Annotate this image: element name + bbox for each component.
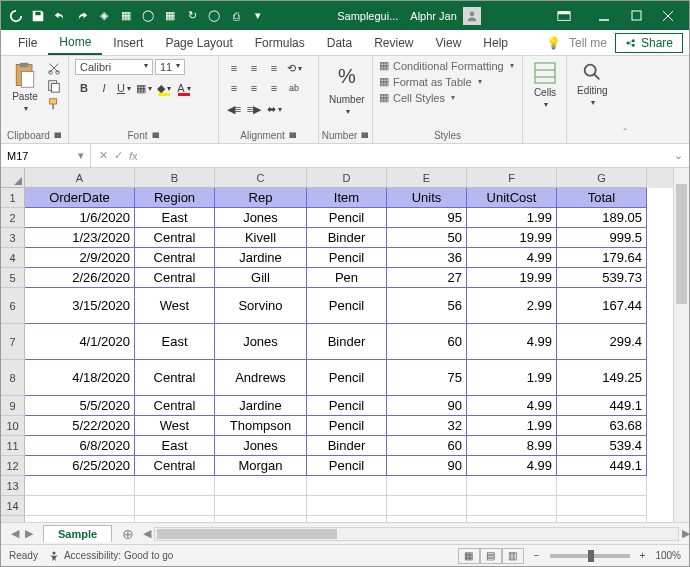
cell[interactable]: OrderDate xyxy=(25,188,135,208)
cell[interactable] xyxy=(307,516,387,522)
zoom-slider[interactable] xyxy=(550,554,630,558)
format-painter-icon[interactable] xyxy=(47,97,61,111)
collapse-ribbon-icon[interactable]: ˆ xyxy=(617,56,633,143)
col-header[interactable]: B xyxy=(135,168,215,188)
cut-icon[interactable] xyxy=(47,61,61,75)
cell[interactable]: 149.25 xyxy=(557,360,647,396)
cell[interactable] xyxy=(467,516,557,522)
cell[interactable]: 539.73 xyxy=(557,268,647,288)
cell[interactable]: Pencil xyxy=(307,208,387,228)
cell[interactable]: 999.5 xyxy=(557,228,647,248)
cell[interactable]: Pencil xyxy=(307,456,387,476)
cell[interactable]: Morgan xyxy=(215,456,307,476)
cell[interactable] xyxy=(307,496,387,516)
cell[interactable]: 8.99 xyxy=(467,436,557,456)
cell[interactable]: 1/23/2020 xyxy=(25,228,135,248)
ribbon-display-icon[interactable] xyxy=(545,9,583,23)
expand-formula-bar-icon[interactable]: ⌄ xyxy=(668,149,689,162)
row-header[interactable]: 10 xyxy=(1,416,25,436)
tab-pagelayout[interactable]: Page Layout xyxy=(154,30,243,55)
name-box[interactable]: M17▾ xyxy=(1,144,91,167)
cell[interactable] xyxy=(467,476,557,496)
col-header[interactable]: A xyxy=(25,168,135,188)
cell[interactable]: Jardine xyxy=(215,396,307,416)
tellme[interactable]: Tell me xyxy=(569,36,607,50)
cell[interactable] xyxy=(307,476,387,496)
cell[interactable]: 449.1 xyxy=(557,456,647,476)
cell[interactable]: 36 xyxy=(387,248,467,268)
cell[interactable]: Binder xyxy=(307,228,387,248)
cell[interactable] xyxy=(387,516,467,522)
cell[interactable]: Pencil xyxy=(307,360,387,396)
save-icon[interactable] xyxy=(31,9,45,23)
autosave-icon[interactable] xyxy=(9,9,23,23)
qa-icon[interactable]: ◯ xyxy=(141,9,155,23)
bold-button[interactable]: B xyxy=(75,79,93,97)
row-header[interactable]: 6 xyxy=(1,288,25,324)
row-header[interactable]: 12 xyxy=(1,456,25,476)
close-button[interactable] xyxy=(661,9,675,23)
cell[interactable] xyxy=(135,496,215,516)
cell-styles-button[interactable]: ▦Cell Styles▾ xyxy=(379,91,514,104)
border-button[interactable]: ▦▾ xyxy=(135,79,153,97)
view-normal-icon[interactable]: ▦ xyxy=(458,548,480,564)
cell[interactable] xyxy=(557,476,647,496)
cell[interactable]: Jardine xyxy=(215,248,307,268)
maximize-button[interactable] xyxy=(629,9,643,23)
cell[interactable]: 50 xyxy=(387,228,467,248)
sheet-next-icon[interactable]: ▶ xyxy=(25,527,33,540)
decrease-indent-icon[interactable]: ◀≡ xyxy=(225,100,243,118)
qa-icon[interactable]: ▦ xyxy=(163,9,177,23)
cell[interactable]: 179.64 xyxy=(557,248,647,268)
cell[interactable]: Central xyxy=(135,456,215,476)
cell[interactable]: Central xyxy=(135,248,215,268)
cell[interactable]: 1/6/2020 xyxy=(25,208,135,228)
cell[interactable] xyxy=(135,476,215,496)
cell[interactable]: Pen xyxy=(307,268,387,288)
cell[interactable]: Central xyxy=(135,228,215,248)
cell[interactable]: 2.99 xyxy=(467,288,557,324)
cell[interactable]: Andrews xyxy=(215,360,307,396)
conditional-formatting-button[interactable]: ▦Conditional Formatting▾ xyxy=(379,59,514,72)
merge-icon[interactable]: ⬌▾ xyxy=(265,100,283,118)
cell[interactable]: West xyxy=(135,288,215,324)
cell[interactable]: Total xyxy=(557,188,647,208)
row-header[interactable]: 14 xyxy=(1,496,25,516)
row-header[interactable]: 15 xyxy=(1,516,25,522)
view-pagelayout-icon[interactable]: ▤ xyxy=(480,548,502,564)
font-size-select[interactable]: 11▾ xyxy=(155,59,185,75)
cell[interactable]: Pencil xyxy=(307,248,387,268)
cell[interactable]: Units xyxy=(387,188,467,208)
cell[interactable]: Item xyxy=(307,188,387,208)
minimize-button[interactable] xyxy=(597,9,611,23)
cell[interactable]: 4.99 xyxy=(467,324,557,360)
qa-icon[interactable]: ⎙ xyxy=(229,9,243,23)
cell[interactable]: 1.99 xyxy=(467,416,557,436)
qa-icon[interactable]: ↻ xyxy=(185,9,199,23)
align-left-icon[interactable]: ≡ xyxy=(225,79,243,97)
cell[interactable]: Jones xyxy=(215,324,307,360)
cell[interactable] xyxy=(25,476,135,496)
qa-icon[interactable]: ▦ xyxy=(119,9,133,23)
col-header[interactable]: F xyxy=(467,168,557,188)
view-pagebreak-icon[interactable]: ▥ xyxy=(502,548,524,564)
cell[interactable] xyxy=(25,516,135,522)
tab-review[interactable]: Review xyxy=(363,30,424,55)
cell[interactable]: East xyxy=(135,324,215,360)
avatar[interactable] xyxy=(463,7,481,25)
cell[interactable]: 6/25/2020 xyxy=(25,456,135,476)
zoom-out-button[interactable]: − xyxy=(534,550,540,561)
font-color-button[interactable]: A▾ xyxy=(175,79,193,97)
cell[interactable] xyxy=(25,496,135,516)
cell[interactable] xyxy=(387,476,467,496)
fill-color-button[interactable]: ◆▾ xyxy=(155,79,173,97)
cell[interactable]: 56 xyxy=(387,288,467,324)
tab-data[interactable]: Data xyxy=(316,30,363,55)
cell[interactable]: Thompson xyxy=(215,416,307,436)
cell[interactable] xyxy=(215,476,307,496)
cell[interactable]: 1.99 xyxy=(467,360,557,396)
accessibility-status[interactable]: Accessibility: Good to go xyxy=(48,550,174,562)
cell[interactable]: UnitCost xyxy=(467,188,557,208)
cell[interactable]: Binder xyxy=(307,324,387,360)
cell[interactable]: Kivell xyxy=(215,228,307,248)
